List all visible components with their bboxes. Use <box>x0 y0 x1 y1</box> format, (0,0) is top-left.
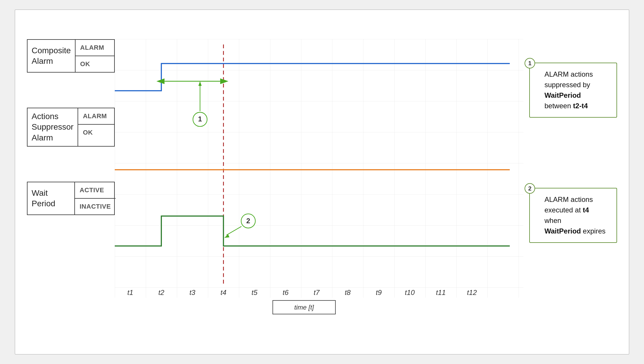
annotation-number-1: 1 <box>525 58 535 68</box>
wait-period-states: ACTIVE INACTIVE <box>74 182 116 214</box>
suppressor-alarm-state-alarm: ALARM <box>78 108 114 125</box>
time-label-t1: t1 <box>127 289 133 296</box>
annotation-box-1: 1 ALARM actionssuppressed byWaitPeriodbe… <box>529 63 617 118</box>
composite-alarm-name: CompositeAlarm <box>28 40 75 72</box>
time-label-t5: t5 <box>251 289 258 296</box>
main-area: CompositeAlarm ALARM OK ActionsSuppresso… <box>27 22 617 342</box>
annotation-2-text: ALARM actionsexecuted at t4whenWaitPerio… <box>544 195 606 235</box>
time-label-t6: t6 <box>282 289 289 296</box>
wait-period-name: WaitPeriod <box>28 182 74 214</box>
suppressor-alarm-state-ok: OK <box>78 125 114 140</box>
diagram-container: CompositeAlarm ALARM OK ActionsSuppresso… <box>15 9 629 355</box>
time-label-t2: t2 <box>158 289 165 296</box>
annotation-1-text: ALARM actionssuppressed byWaitPeriodbetw… <box>544 70 593 110</box>
time-label-t4: t4 <box>220 289 226 296</box>
composite-alarm-label: CompositeAlarm ALARM OK <box>27 39 115 73</box>
gap-1 <box>27 73 115 108</box>
labels-column: CompositeAlarm ALARM OK ActionsSuppresso… <box>27 22 115 342</box>
annotations-column: 1 ALARM actionssuppressed byWaitPeriodbe… <box>523 22 617 342</box>
suppressor-alarm-name: ActionsSuppressorAlarm <box>28 108 78 146</box>
time-label-t11: t11 <box>436 289 446 296</box>
composite-alarm-state-alarm: ALARM <box>76 40 114 56</box>
time-label-t12: t12 <box>467 289 477 296</box>
wait-period-state-inactive: INACTIVE <box>75 199 116 214</box>
wait-period-label: WaitPeriod ACTIVE INACTIVE <box>27 182 115 215</box>
time-label-t9: t9 <box>376 289 382 296</box>
time-axis-label: time [t] <box>294 304 314 311</box>
composite-alarm-state-ok: OK <box>76 56 114 72</box>
suppressor-alarm-states: ALARM OK <box>78 108 114 146</box>
chart-area: 1 2 t1 t2 t3 t4 <box>115 22 523 342</box>
suppressor-alarm-label: ActionsSuppressorAlarm ALARM OK <box>27 108 115 147</box>
time-label-t8: t8 <box>345 289 351 296</box>
svg-rect-0 <box>115 39 523 298</box>
annotation-number-2: 2 <box>525 183 535 194</box>
gap-2 <box>27 147 115 182</box>
annotation-box-2: 2 ALARM actionsexecuted at t4whenWaitPer… <box>529 188 617 243</box>
marker-1-text: 1 <box>198 115 202 123</box>
time-label-t7: t7 <box>314 289 320 296</box>
composite-alarm-states: ALARM OK <box>75 40 114 72</box>
chart-svg: 1 2 t1 t2 t3 t4 <box>115 22 523 342</box>
marker-2-text: 2 <box>246 217 250 225</box>
time-label-t10: t10 <box>405 289 415 296</box>
time-label-t3: t3 <box>189 289 196 296</box>
wait-period-state-active: ACTIVE <box>75 182 116 199</box>
